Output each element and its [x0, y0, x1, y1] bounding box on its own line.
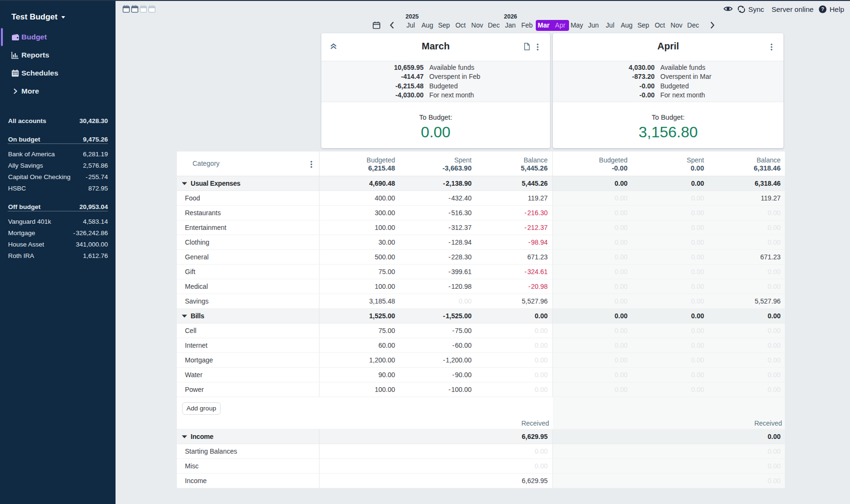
svg-text:?: ?: [821, 6, 824, 12]
